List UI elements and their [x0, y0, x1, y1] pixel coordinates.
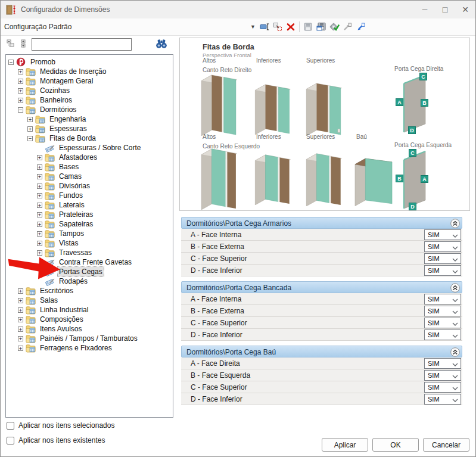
value-select[interactable]: SIM	[424, 253, 461, 264]
expand-toggle[interactable]: +	[18, 98, 23, 103]
apply-button[interactable]: Aplicar	[322, 438, 368, 452]
expand-toggle[interactable]: +	[18, 69, 23, 74]
collapse-toggle[interactable]: −	[8, 60, 14, 65]
section-header[interactable]: Dormitórios\Porta Cega Armarios	[181, 217, 462, 229]
maximize-button[interactable]: □	[435, 1, 455, 18]
save-button[interactable]	[301, 20, 315, 33]
tree-item-fundos[interactable]: +Fundos	[6, 191, 173, 200]
expand-toggle[interactable]: +	[18, 346, 23, 351]
tree-item-prateleiras[interactable]: +Prateleiras	[6, 210, 173, 219]
tree-item-contra-frente-gavetas[interactable]: Contra Frente Gavetas	[6, 257, 173, 267]
tree-item-medidas-de-inserc-a-o[interactable]: +Medidas de Inserção	[6, 67, 173, 76]
section-header[interactable]: Dormitórios\Porta Cega Baú	[181, 346, 462, 357]
expand-toggle[interactable]: +	[37, 193, 42, 198]
tree-item-banheiros[interactable]: +Banheiros	[6, 95, 173, 105]
value-select[interactable]: SIM	[424, 329, 461, 340]
tree-item-camas[interactable]: +Camas	[6, 172, 173, 181]
minimize-button[interactable]: ─	[415, 1, 435, 18]
collapse-toggle[interactable]: −	[18, 107, 23, 113]
tree-item-sapateiras[interactable]: +Sapateiras	[6, 219, 173, 229]
tree-item-fitas-de-borda[interactable]: −Fitas de Borda	[6, 133, 173, 143]
expand-toggle[interactable]: +	[18, 336, 23, 341]
collapse-all-icon[interactable]	[7, 39, 16, 49]
tree-item-engenharia[interactable]: +Engenharia	[6, 114, 173, 124]
tree-item-diviso-rias[interactable]: +Divisórias	[6, 181, 173, 191]
export-button[interactable]	[354, 20, 367, 33]
value-select[interactable]: SIM	[424, 382, 461, 393]
value-select[interactable]: SIM	[424, 370, 461, 381]
tree-item-montagem-geral[interactable]: +Montagem Geral	[6, 76, 173, 86]
binoculars-icon[interactable]	[155, 39, 167, 49]
value-select[interactable]: SIM	[424, 318, 461, 328]
collapse-toggle[interactable]: −	[27, 136, 33, 141]
tree-item-itens-avulsos[interactable]: +Itens Avulsos	[6, 324, 173, 334]
tree-item-espessuras[interactable]: +Espessuras	[6, 124, 173, 133]
import-button[interactable]	[341, 20, 354, 33]
expand-toggle[interactable]: +	[37, 212, 42, 217]
ok-button[interactable]: OK	[372, 438, 419, 452]
tree-item-dormito-rios[interactable]: −Dormitórios	[6, 105, 173, 114]
tree-item-espessuras-sobre-corte[interactable]: Espessuras / Sobre Corte	[6, 143, 173, 153]
tree-item-ferragens-e-fixadores[interactable]: +Ferragens e Fixadores	[6, 343, 173, 353]
search-input[interactable]	[32, 38, 132, 51]
tree-item-rodape-s[interactable]: Rodapés	[6, 276, 173, 286]
expand-toggle[interactable]: +	[37, 250, 42, 256]
apply-existing-checkbox[interactable]	[7, 437, 14, 444]
chevron-down-icon	[452, 246, 458, 250]
tree-item-paine-is-tampos-tamburatos[interactable]: +Painéis / Tampos / Tamburatos	[6, 334, 173, 343]
apply-configuration-button[interactable]	[328, 20, 341, 33]
value-select[interactable]: SIM	[424, 294, 461, 304]
expand-all-icon[interactable]	[18, 39, 28, 49]
value-select[interactable]: SIM	[424, 241, 461, 252]
section-header[interactable]: Dormitórios\Porta Cega Bancada	[181, 281, 462, 293]
expand-toggle[interactable]: +	[37, 155, 42, 160]
rename-button[interactable]	[258, 20, 271, 33]
expand-toggle[interactable]: +	[18, 288, 23, 294]
expand-toggle[interactable]: +	[37, 241, 42, 246]
value-select[interactable]: SIM	[424, 265, 461, 276]
tree-item-cozinhas[interactable]: +Cozinhas	[6, 86, 173, 95]
tree-item-linha-industrial[interactable]: +Linha Industrial	[6, 305, 173, 315]
tree-item-portas-cegas[interactable]: Portas Cegas	[6, 267, 173, 276]
apply-selected-checkbox[interactable]	[7, 422, 14, 430]
tree-item-escrito-rios[interactable]: +Escritórios	[6, 286, 173, 296]
collapse-section-button[interactable]	[450, 283, 460, 293]
expand-toggle[interactable]: +	[18, 307, 23, 313]
expand-toggle[interactable]: +	[18, 327, 23, 332]
value-select[interactable]: SIM	[424, 394, 461, 405]
expand-toggle[interactable]: +	[27, 126, 33, 132]
delete-configuration-button[interactable]	[284, 20, 297, 33]
collapse-section-button[interactable]	[450, 347, 460, 357]
expand-toggle[interactable]: +	[37, 222, 42, 227]
expand-toggle[interactable]: +	[27, 117, 33, 122]
tree-item-travessas[interactable]: +Travessas	[6, 248, 173, 257]
expand-toggle[interactable]: +	[18, 317, 23, 322]
checkbox-label: Aplicar nos itens existentes	[18, 436, 105, 444]
save-configuration-button[interactable]	[315, 20, 328, 33]
tree-item-tampos[interactable]: +Tampos	[6, 229, 173, 238]
expand-toggle[interactable]: +	[37, 203, 42, 208]
value-select[interactable]: SIM	[424, 229, 461, 240]
expand-toggle[interactable]: +	[37, 231, 42, 237]
copy-configuration-button[interactable]	[271, 20, 284, 33]
tree-item-vistas[interactable]: +Vistas	[6, 238, 173, 248]
tree-item-salas[interactable]: +Salas	[6, 296, 173, 305]
tree-item-afastadores[interactable]: +Afastadores	[6, 153, 173, 162]
tree-item-composic-o-es[interactable]: +Composições	[6, 315, 173, 324]
expand-toggle[interactable]: +	[37, 184, 42, 189]
collapse-section-button[interactable]	[450, 219, 460, 228]
tree-item-bases[interactable]: +Bases	[6, 162, 173, 172]
close-button[interactable]: ✕	[455, 1, 475, 18]
cancel-button[interactable]: Cancelar	[423, 438, 469, 452]
expand-toggle[interactable]: +	[18, 88, 23, 94]
tree-item-promob[interactable]: −Promob	[6, 57, 173, 67]
selected-value: SIM	[425, 396, 452, 403]
value-select[interactable]: SIM	[424, 358, 461, 369]
configuration-combobox[interactable]: Configuração Padrão ▼	[1, 23, 258, 31]
expand-toggle[interactable]: +	[18, 79, 23, 84]
value-select[interactable]: SIM	[424, 306, 461, 316]
expand-toggle[interactable]: +	[18, 298, 23, 303]
expand-toggle[interactable]: +	[37, 174, 42, 179]
expand-toggle[interactable]: +	[37, 164, 42, 170]
tree-item-laterais[interactable]: +Laterais	[6, 200, 173, 210]
